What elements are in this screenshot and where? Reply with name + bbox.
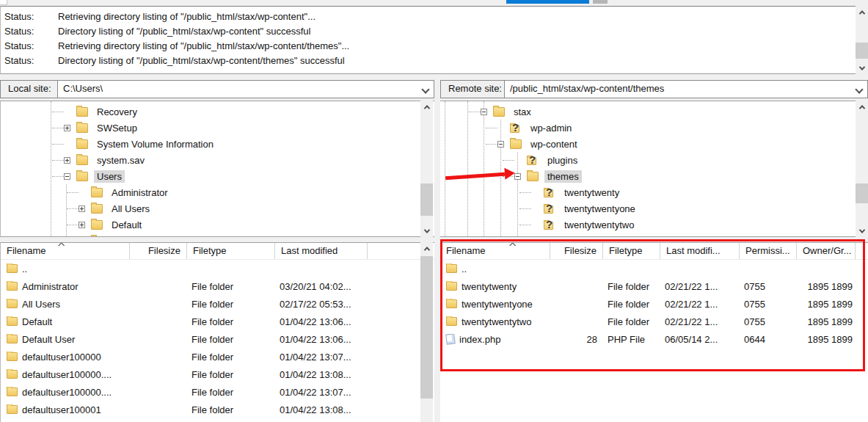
folder-icon <box>76 172 88 181</box>
scroll-down-button[interactable] <box>420 225 433 237</box>
tree-connector <box>503 160 514 161</box>
tree-expander[interactable] <box>481 109 487 115</box>
file-row[interactable]: Default File folder 01/04/22 13:06... <box>1 313 434 330</box>
tree-item[interactable]: plugins <box>440 152 868 168</box>
tree-item[interactable]: wp-content <box>440 136 868 152</box>
tree-item[interactable]: twentytwentytwo <box>440 217 868 233</box>
column-header-permissions[interactable]: Permissi... <box>740 243 797 259</box>
folder-icon <box>7 352 18 361</box>
folder-icon <box>7 317 18 326</box>
tree-item-label: stax <box>511 106 534 118</box>
filetype-cell: File folder <box>603 299 660 310</box>
owner-cell: 1895 1899 <box>797 334 856 345</box>
scroll-up-button[interactable] <box>420 242 433 255</box>
vertical-splitter[interactable] <box>434 80 440 422</box>
scroll-up-button[interactable] <box>856 101 868 113</box>
file-row[interactable]: .. <box>440 260 868 277</box>
scrollbar-thumb[interactable] <box>856 183 868 203</box>
tree-item[interactable]: twentytwenty <box>440 184 868 200</box>
permissions-cell: 0755 <box>740 281 797 292</box>
filetype-cell: File folder <box>603 316 660 327</box>
tree-expander[interactable] <box>514 173 521 180</box>
scroll-down-button[interactable] <box>856 62 868 74</box>
file-row[interactable]: Administrator File folder 03/20/21 04:02… <box>1 277 434 295</box>
folder-icon <box>446 317 457 326</box>
filetype-cell: PHP File <box>603 334 660 345</box>
file-row[interactable]: index.php 28 PHP File 06/05/14 2... 0644… <box>440 330 868 348</box>
file-row[interactable]: Default User File folder 01/04/22 13:06.… <box>1 330 434 348</box>
qfolder-icon <box>544 189 553 197</box>
tree-item[interactable]: Users <box>1 168 434 184</box>
tree-item[interactable]: system.sav <box>1 152 434 168</box>
column-header-filetype[interactable]: Filetype <box>603 243 660 259</box>
tree-expander[interactable] <box>64 125 70 131</box>
file-row[interactable]: defaultuser100000.... File folder 01/04/… <box>1 365 434 383</box>
local-list-scrollbar[interactable] <box>420 242 433 422</box>
tree-expander[interactable] <box>79 222 85 228</box>
tree-expander[interactable] <box>79 205 85 212</box>
tree-item[interactable]: stax <box>440 103 868 120</box>
file-row[interactable]: twentytwenty File folder 02/21/22 1... 0… <box>440 277 868 295</box>
tree-item-label: themes <box>544 170 582 183</box>
tree-connector <box>486 128 497 128</box>
file-row[interactable]: .. <box>1 260 434 277</box>
tree-item[interactable]: Recovery <box>1 103 434 120</box>
status-entry: Status: Retrieving directory listing of … <box>1 9 868 23</box>
tree-item[interactable]: System Volume Information <box>1 136 434 152</box>
scroll-down-button[interactable] <box>856 225 868 237</box>
remote-site-combobox[interactable]: /public_html/stax/wp-content/themes <box>504 80 868 98</box>
chevron-up-icon <box>858 105 864 111</box>
folder-icon <box>91 188 103 197</box>
folder-icon <box>76 139 88 149</box>
local-site-bar: Local site: C:\Users\ <box>0 80 434 98</box>
file-row[interactable]: defaultuser100000.... File folder 01/04/… <box>1 383 434 401</box>
column-header-modified[interactable]: Last modified <box>275 243 368 259</box>
local-file-list: Filename Filesize Filetype Last modified… <box>0 242 434 422</box>
tree-expander[interactable] <box>64 173 70 180</box>
tree-connector <box>52 144 64 145</box>
tree-item[interactable]: Administrator <box>1 184 434 200</box>
tree-item-label: wp-admin <box>528 122 575 134</box>
tree-item[interactable]: SWSetup <box>1 120 434 136</box>
tree-item[interactable]: Default <box>1 217 434 233</box>
file-row[interactable]: defaultuser100001 File folder 01/04/22 1… <box>1 401 434 418</box>
scroll-up-button[interactable] <box>420 101 433 113</box>
dropdown-arrow-icon[interactable] <box>421 85 429 93</box>
filename-cell: All Users <box>22 299 60 310</box>
scrollbar-thumb[interactable] <box>856 43 868 59</box>
permissions-cell: 0755 <box>740 299 797 310</box>
file-row[interactable]: twentytwentyone File folder 02/21/22 1..… <box>440 295 868 313</box>
column-header-filename[interactable]: Filename <box>440 243 550 259</box>
tree-item[interactable]: wp-admin <box>440 120 868 136</box>
tree-expander[interactable] <box>497 141 504 148</box>
local-site-path: C:\Users\ <box>63 83 103 94</box>
folder-icon <box>76 123 88 133</box>
file-row[interactable]: All Users File folder 02/17/22 05:53... <box>1 295 434 313</box>
filename-cell: defaultuser100000 <box>22 352 101 363</box>
tree-connector <box>67 208 79 209</box>
column-header-filename[interactable]: Filename <box>1 243 130 259</box>
local-tree-pane: Recovery SWSetup System Volume Informati… <box>0 101 434 237</box>
local-site-combobox[interactable]: C:\Users\ <box>57 80 434 98</box>
tree-expander[interactable] <box>64 157 70 164</box>
tree-item[interactable]: twentytwentyone <box>440 200 868 217</box>
column-header-modified[interactable]: Last modifi... <box>660 243 740 259</box>
dropdown-arrow-icon[interactable] <box>855 85 863 93</box>
column-header-filetype[interactable]: Filetype <box>187 243 275 259</box>
scrollbar-thumb[interactable] <box>420 256 433 399</box>
remote-tree-scrollbar[interactable] <box>856 101 868 237</box>
tree-connector <box>52 160 64 161</box>
column-header-owner[interactable]: Owner/Gr... <box>797 243 856 259</box>
column-header-filesize[interactable]: Filesize <box>130 243 187 259</box>
file-row[interactable]: twentytwentytwo File folder 02/21/22 1..… <box>440 313 868 330</box>
status-scrollbar[interactable] <box>856 6 868 74</box>
scrollbar-thumb[interactable] <box>420 183 433 216</box>
local-tree-scrollbar[interactable] <box>420 101 433 237</box>
scroll-up-button[interactable] <box>856 6 868 18</box>
tree-item[interactable]: themes <box>440 168 868 184</box>
filename-cell: defaultuser100000.... <box>22 387 112 398</box>
file-row[interactable]: defaultuser100000 File folder 01/04/22 1… <box>1 348 434 365</box>
column-header-filesize[interactable]: Filesize <box>550 243 603 259</box>
filetype-cell: File folder <box>187 404 275 415</box>
tree-item[interactable]: All Users <box>1 200 434 217</box>
